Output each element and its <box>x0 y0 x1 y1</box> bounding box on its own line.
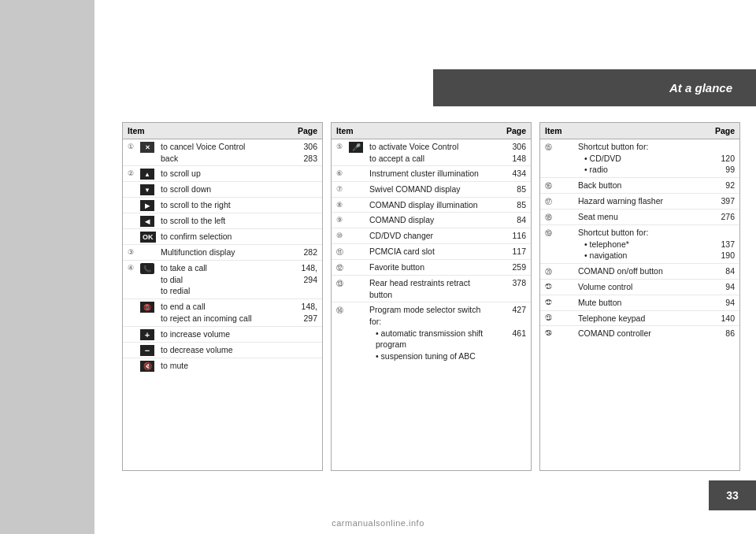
table-row: 📵 to end a callto reject an incoming cal… <box>123 299 322 326</box>
table-2-header: Item Page <box>332 123 531 139</box>
table-3-col-item: Item <box>545 126 703 135</box>
table-1-col-page: Page <box>286 126 317 135</box>
table-row: ⑯ Back button 92 <box>540 178 739 194</box>
page-title: At a glance <box>669 81 732 95</box>
table-row: ⑲ Shortcut button for: • telephone* • na… <box>540 225 739 264</box>
table-row: ④ 📞 to take a callto dialto redial 148,2… <box>123 261 322 299</box>
ok-icon: OK <box>140 232 156 243</box>
cancel-icon: ✕ <box>140 142 154 153</box>
left-arrow-icon: ◀ <box>140 216 154 227</box>
table-row: ▼ to scroll down <box>123 182 322 198</box>
table-row: ⑨ COMAND display 84 <box>332 213 531 228</box>
mute-icon: 🔇 <box>140 361 154 372</box>
table-row: + to increase volume <box>123 327 322 343</box>
table-row: ⑭ Program mode selector switch for: • au… <box>332 302 531 363</box>
table-2: Item Page ⑤ 🎤 to activate Voice Controlt… <box>331 122 532 471</box>
voice-icon: 🎤 <box>349 142 363 153</box>
table-3-header: Item Page <box>540 123 739 139</box>
table-row: OK to confirm selection <box>123 229 322 245</box>
table-row: ⑰ Hazard warning flasher 397 <box>540 194 739 210</box>
table-row: ⑮ Shortcut button for: • CD/DVD • radio … <box>540 139 739 178</box>
table-1-col-item: Item <box>128 126 286 135</box>
table-row: − to decrease volume <box>123 343 322 358</box>
table-row: ⑪ PCMCIA card slot 117 <box>332 244 531 260</box>
right-arrow-icon: ▶ <box>140 200 154 211</box>
up-arrow-icon: ▲ <box>140 169 154 180</box>
page-number-box: 33 <box>709 480 756 510</box>
table-row: ⑤ 🎤 to activate Voice Controlto accept a… <box>332 139 531 166</box>
table-row: ⑱ Seat menu 276 <box>540 210 739 225</box>
end-call-icon: 📵 <box>140 302 154 313</box>
table-row: ③ Multifunction display 282 <box>123 245 322 261</box>
table-2-col-item: Item <box>336 126 495 135</box>
table-row: ⑫ Favorite button 259 <box>332 260 531 276</box>
header-bar: At a glance <box>433 69 756 106</box>
table-1: Item Page ① ✕ to cancel Voice Controlbac… <box>122 122 323 471</box>
table-row: ⑥ Instrument cluster illumination 434 <box>332 166 531 182</box>
table-row: ㉒ Mute button 94 <box>540 295 739 311</box>
down-arrow-icon: ▼ <box>140 184 154 195</box>
table-row: ⑧ COMAND display illumination 85 <box>332 198 531 213</box>
table-3: Item Page ⑮ Shortcut button for: • CD/DV… <box>539 122 740 471</box>
table-row: ② ▲ to scroll up <box>123 166 322 182</box>
table-1-header: Item Page <box>123 123 322 139</box>
table-row: ▶ to scroll to the right <box>123 198 322 213</box>
table-row: ㉑ Volume control 94 <box>540 280 739 295</box>
table-2-col-page: Page <box>495 126 526 135</box>
watermark: carmanualsonline.info <box>332 518 424 528</box>
volume-up-icon: + <box>140 329 154 340</box>
table-row: ⑩ CD/DVD changer 116 <box>332 228 531 244</box>
table-row: ⑳ COMAND on/off button 84 <box>540 264 739 280</box>
table-row: ㉓ Telephone keypad 140 <box>540 311 739 327</box>
table-row: ⑦ Swivel COMAND display 85 <box>332 182 531 198</box>
table-row: ① ✕ to cancel Voice Controlback 306283 <box>123 139 322 166</box>
table-row: ㉔ COMAND controller 86 <box>540 326 739 341</box>
call-icon: 📞 <box>140 263 154 274</box>
page-number: 33 <box>726 489 739 502</box>
content-area: Item Page ① ✕ to cancel Voice Controlbac… <box>122 122 740 471</box>
table-3-col-page: Page <box>703 126 735 135</box>
table-row: ⑬ Rear head restraints retract button 37… <box>332 276 531 302</box>
table-row: 🔇 to mute <box>123 358 322 373</box>
table-row: ◀ to scroll to the left <box>123 213 322 229</box>
volume-down-icon: − <box>140 345 154 356</box>
